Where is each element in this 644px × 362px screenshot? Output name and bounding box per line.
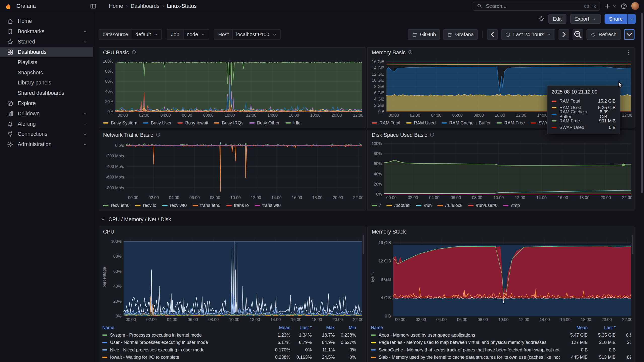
legend-item-run-user-0[interactable]: /run/user/0 [468,203,498,208]
breadcrumb-home[interactable]: Home [109,3,123,9]
variable-value[interactable]: default [132,30,162,39]
sidebar-item-starred[interactable]: Starred [0,36,93,47]
legend-item-busy-other[interactable]: Busy Other [249,120,280,125]
edit-button[interactable]: Edit [548,14,566,24]
sidebar-item-administration[interactable]: Administration [0,139,93,149]
disk-space-chart[interactable]: 100%80%60%40%20%0%00:0002:0004:0006:0008… [370,139,632,200]
series-name-cell[interactable]: Apps - Memory used by user-space applica… [371,332,560,337]
legend-item-run-lock[interactable]: /run/lock [437,203,462,208]
panel-title[interactable]: Network Traffic Basic [103,131,153,138]
legend-item-boot-efi[interactable]: /boot/efi [386,203,410,208]
sidebar-item-connections[interactable]: Connections [0,129,93,139]
series-name-cell[interactable]: Nice - Niced processes executing in user… [102,347,269,352]
new-button[interactable] [604,3,617,9]
sidebar-item-snapshots[interactable]: Snapshots [0,67,93,78]
table-column-last[interactable]: Last * [290,325,312,330]
sidebar-item-alerting[interactable]: Alerting [0,119,93,129]
series-name-cell[interactable]: SwapCache - Memory that keeps track of p… [371,347,560,352]
time-forward-button[interactable] [559,29,569,40]
legend-item-ram-used[interactable]: RAM Used [406,120,436,125]
sidebar-item-shared-dashboards[interactable]: Shared dashboards [0,88,93,98]
panel-menu-icon[interactable] [626,50,631,56]
table-column-name[interactable]: Name [371,325,560,330]
variable-value[interactable]: localhost:9100 [232,30,280,39]
table-column-max[interactable]: Max [616,325,631,330]
sidebar-item-explore[interactable]: Explore [0,98,93,108]
variable-datasource[interactable]: datasourcedefault [99,29,162,40]
info-icon[interactable] [408,50,413,55]
table-column-mean[interactable]: Mean [560,325,588,330]
legend-item-trans-wt0[interactable]: trans wt0 [255,203,281,208]
export-button[interactable]: Export [570,14,601,24]
sidebar-item-drilldown[interactable]: Drilldown [0,108,93,119]
zoom-out-button[interactable] [573,29,583,40]
table-scrollbar[interactable] [363,235,365,254]
legend-item-busy-user[interactable]: Busy User [143,120,172,125]
sidebar-toggle-icon[interactable] [90,3,97,9]
panel-title[interactable]: Memory Stack [372,229,406,235]
info-icon[interactable] [430,132,435,137]
legend-item-recv-wt0[interactable]: recv wt0 [162,203,187,208]
legend-item-busy-system[interactable]: Busy System [103,120,137,125]
series-name-cell[interactable]: Slab - Memory used by the kernel to cach… [371,355,560,360]
info-icon[interactable] [156,132,161,137]
refresh-button[interactable]: Refresh [587,29,621,40]
legend-item-ram-cache-buffer[interactable]: RAM Cache + Buffer [441,120,491,125]
legend-item-ram-free[interactable]: RAM Free [496,120,525,125]
legend-item-busy-iowait[interactable]: Busy Iowait [177,120,208,125]
table-scrollbar[interactable] [632,235,633,254]
dashboard-link-github[interactable]: GitHub [408,29,440,40]
favorite-star-icon[interactable] [538,16,545,22]
time-back-button[interactable] [487,29,498,40]
panel-title[interactable]: Memory Basic [372,49,406,55]
legend-item-recv-lo[interactable]: recv lo [135,203,156,208]
breadcrumb-dashboards[interactable]: Dashboards [131,3,159,9]
legend-item-[interactable]: / [372,203,381,208]
cpu-chart[interactable]: 100%80%60%40%20%0%00:0002:0004:0006:0008… [101,236,363,322]
legend-item-trans-lo[interactable]: trans lo [226,203,249,208]
time-range-picker[interactable]: Last 24 hours [501,29,555,40]
network-traffic-chart[interactable]: 0 b/s-200 Mb/s-400 Mb/s-600 Mb/s-800 Mb/… [101,139,363,200]
scrollbar-thumb[interactable] [641,13,643,193]
legend-item-idle[interactable]: Idle [285,120,300,125]
dashboard-link-grafana[interactable]: Grafana [443,29,478,40]
series-name-cell[interactable]: Iowait - Waiting for I/O to complete [102,355,269,360]
variable-value[interactable]: node [183,30,209,39]
sidebar-item-home[interactable]: Home [0,16,93,26]
legend-item-busy-irqs[interactable]: Busy IRQs [214,120,244,125]
legend-item-trans-eth0[interactable]: trans eth0 [192,203,220,208]
legend-item-ram-total[interactable]: RAM Total [372,120,400,125]
share-menu-button[interactable] [628,14,636,24]
share-button[interactable]: Share [605,14,627,24]
legend-item-recv-eth0[interactable]: recv eth0 [103,203,130,208]
variable-host[interactable]: Hostlocalhost:9100 [214,29,280,40]
help-icon[interactable] [621,3,627,9]
info-icon[interactable] [131,50,136,55]
sidebar-item-dashboards[interactable]: Dashboards [0,47,93,57]
search-input[interactable] [485,3,581,9]
cpu-basic-chart[interactable]: 100%80%60%40%20%0%00:0002:0004:0006:0008… [101,57,363,118]
search-box[interactable]: ctrl+k [473,2,600,11]
memory-stack-chart[interactable]: 16 GiB12 GiB8 GiB4 GiB0 B00:0002:0004:00… [370,236,632,322]
table-column-min[interactable]: Min [335,325,356,330]
table-column-last[interactable]: Last * [588,325,616,330]
sidebar-item-playlists[interactable]: Playlists [0,57,93,67]
series-name-cell[interactable]: PageTables - Memory used to map between … [371,340,560,345]
variable-job[interactable]: Jobnode [167,29,209,40]
panel-title[interactable]: CPU [103,229,114,235]
legend-item-tmp[interactable]: /tmp [503,203,520,208]
user-avatar[interactable] [631,2,639,10]
refresh-interval-dropdown[interactable] [624,29,634,40]
sidebar-item-bookmarks[interactable]: Bookmarks [0,26,93,36]
sidebar-item-library-panels[interactable]: Library panels [0,78,93,88]
series-name-cell[interactable]: System - Processes executing in kernel m… [102,332,269,337]
row-section-header[interactable]: CPU / Memory / Net / Disk [100,214,171,224]
series-name-cell[interactable]: User - Normal processes executing in use… [102,340,269,345]
table-column-mean[interactable]: Mean [269,325,290,330]
page-scrollbar[interactable] [641,13,643,360]
panel-title[interactable]: Disk Space Used Basic [372,131,427,138]
table-column-max[interactable]: Max [312,325,335,330]
table-column-name[interactable]: Name [102,325,269,330]
legend-item-run[interactable]: /run [416,203,432,208]
panel-title[interactable]: CPU Basic [103,49,129,55]
